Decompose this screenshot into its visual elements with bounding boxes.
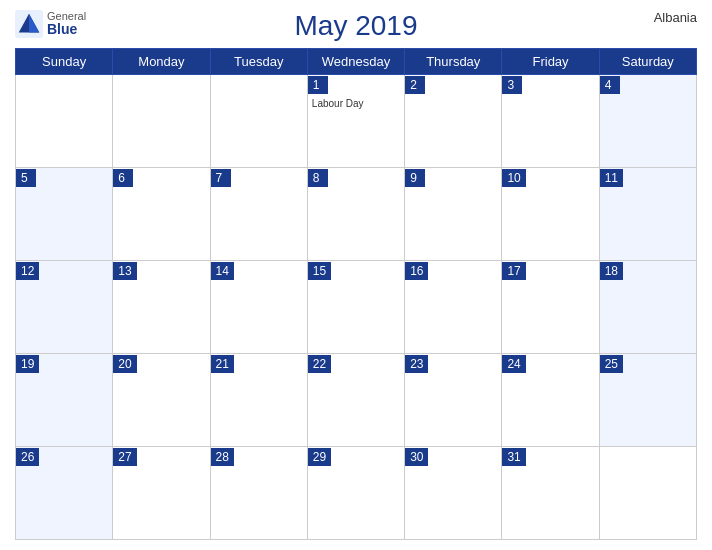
day-cell: 24 (502, 354, 599, 447)
day-cell: 31 (502, 447, 599, 540)
day-number: 20 (113, 355, 136, 373)
day-event: Labour Day (308, 96, 404, 111)
week-row-2: 12131415161718 (16, 261, 697, 354)
day-cell: 12 (16, 261, 113, 354)
day-cell: 23 (405, 354, 502, 447)
day-cell: 27 (113, 447, 210, 540)
header-monday: Monday (113, 49, 210, 75)
day-number: 25 (600, 355, 623, 373)
day-cell: 19 (16, 354, 113, 447)
day-cell: 29 (307, 447, 404, 540)
day-number: 17 (502, 262, 525, 280)
day-number: 13 (113, 262, 136, 280)
day-cell: 17 (502, 261, 599, 354)
week-row-0: 1Labour Day234 (16, 75, 697, 168)
day-cell (210, 75, 307, 168)
day-number: 30 (405, 448, 428, 466)
day-number: 19 (16, 355, 39, 373)
day-number: 27 (113, 448, 136, 466)
logo: General Blue (15, 10, 86, 38)
day-number: 8 (308, 169, 328, 187)
day-number: 3 (502, 76, 522, 94)
day-number: 24 (502, 355, 525, 373)
day-number: 26 (16, 448, 39, 466)
day-cell: 6 (113, 168, 210, 261)
header-sunday: Sunday (16, 49, 113, 75)
day-cell: 26 (16, 447, 113, 540)
header-tuesday: Tuesday (210, 49, 307, 75)
day-cell: 15 (307, 261, 404, 354)
day-number: 16 (405, 262, 428, 280)
day-number: 2 (405, 76, 425, 94)
day-number: 14 (211, 262, 234, 280)
day-number: 7 (211, 169, 231, 187)
day-number: 4 (600, 76, 620, 94)
day-number: 23 (405, 355, 428, 373)
header-thursday: Thursday (405, 49, 502, 75)
day-number: 22 (308, 355, 331, 373)
day-cell: 18 (599, 261, 696, 354)
calendar-container: General Blue May 2019 Albania Sunday Mon… (0, 0, 712, 550)
week-row-1: 567891011 (16, 168, 697, 261)
day-cell: 13 (113, 261, 210, 354)
header-saturday: Saturday (599, 49, 696, 75)
day-cell: 5 (16, 168, 113, 261)
day-cell: 10 (502, 168, 599, 261)
calendar-title: May 2019 (295, 10, 418, 42)
logo-blue-text: Blue (47, 22, 86, 37)
day-cell: 9 (405, 168, 502, 261)
day-number: 5 (16, 169, 36, 187)
country-label: Albania (654, 10, 697, 25)
calendar-header: General Blue May 2019 Albania (15, 10, 697, 42)
day-number: 9 (405, 169, 425, 187)
day-cell: 2 (405, 75, 502, 168)
day-cell: 16 (405, 261, 502, 354)
weekday-header-row: Sunday Monday Tuesday Wednesday Thursday… (16, 49, 697, 75)
day-number: 28 (211, 448, 234, 466)
day-cell: 30 (405, 447, 502, 540)
day-number: 31 (502, 448, 525, 466)
day-cell: 1Labour Day (307, 75, 404, 168)
day-cell: 8 (307, 168, 404, 261)
week-row-4: 262728293031 (16, 447, 697, 540)
day-cell: 11 (599, 168, 696, 261)
day-cell: 3 (502, 75, 599, 168)
day-number: 11 (600, 169, 623, 187)
header-friday: Friday (502, 49, 599, 75)
logo-icon (15, 10, 43, 38)
day-number: 29 (308, 448, 331, 466)
calendar-table: Sunday Monday Tuesday Wednesday Thursday… (15, 48, 697, 540)
day-number: 18 (600, 262, 623, 280)
day-number: 10 (502, 169, 525, 187)
day-cell: 21 (210, 354, 307, 447)
day-cell: 4 (599, 75, 696, 168)
week-row-3: 19202122232425 (16, 354, 697, 447)
day-number: 15 (308, 262, 331, 280)
logo-text: General Blue (47, 10, 86, 37)
day-cell (16, 75, 113, 168)
day-number: 12 (16, 262, 39, 280)
day-number: 1 (308, 76, 328, 94)
day-cell: 14 (210, 261, 307, 354)
day-cell: 28 (210, 447, 307, 540)
header-wednesday: Wednesday (307, 49, 404, 75)
day-cell: 22 (307, 354, 404, 447)
day-number: 21 (211, 355, 234, 373)
day-number: 6 (113, 169, 133, 187)
day-cell: 7 (210, 168, 307, 261)
day-cell: 20 (113, 354, 210, 447)
day-cell (113, 75, 210, 168)
day-cell (599, 447, 696, 540)
day-cell: 25 (599, 354, 696, 447)
